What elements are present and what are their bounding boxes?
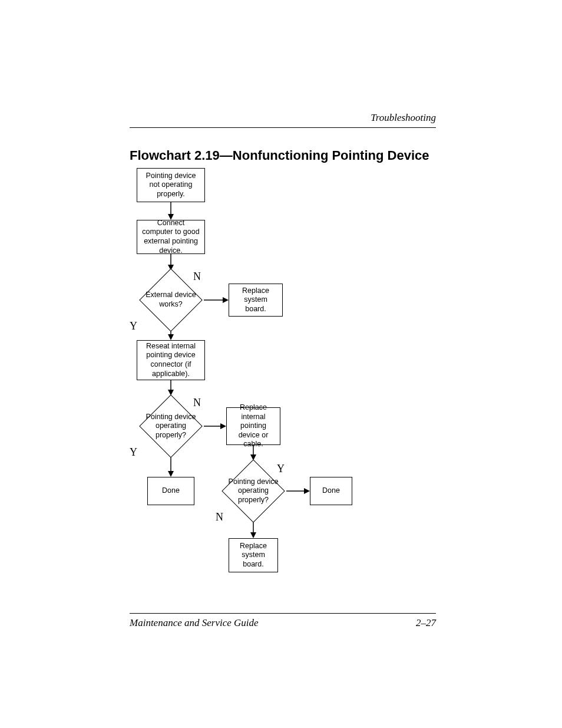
page-footer: Maintenance and Service Guide 2–27 xyxy=(130,613,436,629)
label-no-1: N xyxy=(193,271,201,283)
header-section: Troubleshooting xyxy=(130,112,436,128)
node-replace-board-2: Replace system board. xyxy=(229,538,278,572)
label-yes-3: Y xyxy=(277,463,285,475)
footer-right: 2–27 xyxy=(416,617,436,629)
svg-marker-7 xyxy=(168,334,174,340)
svg-marker-13 xyxy=(168,471,174,477)
node-step1-text: Connect computer to good external pointi… xyxy=(141,219,201,256)
flowchart-diagram: Pointing device not operating properly. … xyxy=(130,168,383,592)
label-no-3: N xyxy=(216,511,223,523)
node-replace-internal-text: Replace internal pointing device or cabl… xyxy=(230,403,276,449)
label-no-2: N xyxy=(193,397,201,409)
node-done-2: Done xyxy=(310,477,352,505)
label-yes-1: Y xyxy=(130,320,137,332)
label-yes-2: Y xyxy=(130,446,137,459)
node-step2: Reseat internal pointing device connecto… xyxy=(137,340,205,380)
footer-left: Maintenance and Service Guide xyxy=(130,617,259,629)
svg-marker-5 xyxy=(223,297,229,303)
node-done-2-text: Done xyxy=(322,486,340,496)
node-step2-text: Reseat internal pointing device connecto… xyxy=(141,342,201,379)
node-replace-board-1: Replace system board. xyxy=(229,284,283,317)
svg-marker-11 xyxy=(220,423,226,429)
node-start: Pointing device not operating properly. xyxy=(137,168,205,202)
node-done-1-text: Done xyxy=(162,486,180,496)
svg-marker-19 xyxy=(250,532,256,538)
node-replace-board-1-text: Replace system board. xyxy=(233,286,279,314)
node-done-1: Done xyxy=(147,477,194,505)
node-start-text: Pointing device not operating properly. xyxy=(141,172,201,199)
node-replace-internal: Replace internal pointing device or cabl… xyxy=(226,407,280,445)
node-step1: Connect computer to good external pointi… xyxy=(137,220,205,254)
svg-marker-17 xyxy=(304,488,310,494)
node-replace-board-2-text: Replace system board. xyxy=(233,542,274,569)
page-title: Flowchart 2.19—Nonfunctioning Pointing D… xyxy=(130,148,436,163)
